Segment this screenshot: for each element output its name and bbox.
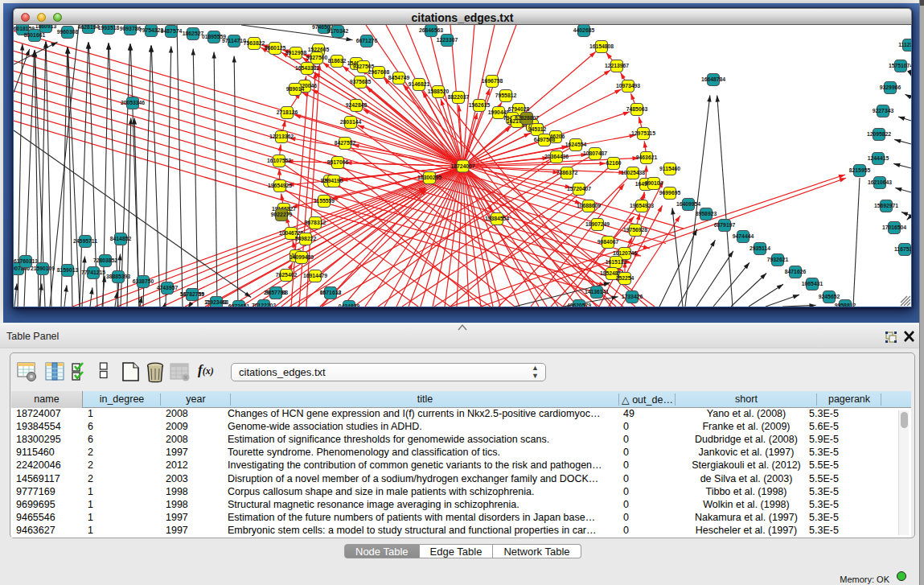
svg-text:9375685: 9375685 <box>350 79 372 84</box>
svg-text:1615132: 1615132 <box>606 259 627 265</box>
svg-text:12975115: 12975115 <box>631 130 655 136</box>
svg-text:18300295: 18300295 <box>417 175 441 180</box>
svg-text:14136141: 14136141 <box>585 289 609 295</box>
svg-text:8215955: 8215955 <box>849 167 871 173</box>
svg-text:9227343: 9227343 <box>873 108 894 113</box>
svg-text:5498222: 5498222 <box>295 236 317 241</box>
svg-text:8660125: 8660125 <box>265 45 286 51</box>
svg-text:990104: 990104 <box>645 180 663 186</box>
svg-text:1244415: 1244415 <box>868 155 889 161</box>
svg-text:7563822: 7563822 <box>244 40 265 46</box>
svg-text:1065431: 1065431 <box>802 281 823 286</box>
svg-text:9022279: 9022279 <box>271 212 293 217</box>
svg-text:9857791: 9857791 <box>265 290 287 295</box>
svg-text:8822037: 8822037 <box>448 94 470 100</box>
svg-text:6497508: 6497508 <box>534 137 556 142</box>
svg-text:20053346: 20053346 <box>121 100 145 105</box>
svg-text:945312: 945312 <box>528 126 547 132</box>
svg-text:82828807: 82828807 <box>515 115 539 121</box>
svg-text:9093786: 9093786 <box>120 26 142 31</box>
svg-text:16782759: 16782759 <box>180 291 204 297</box>
svg-text:9245652: 9245652 <box>819 294 840 299</box>
svg-text:16107552: 16107552 <box>267 158 291 163</box>
svg-text:6671276: 6671276 <box>356 38 378 43</box>
svg-text:19384554: 19384554 <box>485 216 509 221</box>
svg-text:1155559: 1155559 <box>314 198 335 204</box>
svg-text:2967608: 2967608 <box>368 69 390 75</box>
svg-text:6372651: 6372651 <box>228 303 250 307</box>
svg-text:1562615: 1562615 <box>469 102 491 108</box>
svg-text:8471626: 8471626 <box>785 269 807 274</box>
svg-text:10025438: 10025438 <box>621 170 645 175</box>
svg-text:994190: 994190 <box>325 178 343 183</box>
svg-text:26846563: 26846563 <box>419 27 443 33</box>
svg-text:4628194: 4628194 <box>78 25 100 30</box>
svg-text:7955812: 7955812 <box>495 93 517 98</box>
svg-text:989014: 989014 <box>286 86 305 92</box>
svg-text:6794028: 6794028 <box>508 106 530 112</box>
svg-text:19654925: 19654925 <box>268 183 292 188</box>
svg-text:16120746: 16120746 <box>613 250 637 256</box>
svg-text:15692971: 15692971 <box>874 203 898 208</box>
svg-text:16914479: 16914479 <box>303 273 327 278</box>
svg-text:77741215: 77741215 <box>81 270 105 275</box>
svg-text:9327505: 9327505 <box>353 64 375 69</box>
svg-text:16409954: 16409954 <box>676 201 700 207</box>
svg-text:24595711: 24595711 <box>73 238 97 244</box>
svg-text:9146821: 9146821 <box>409 81 430 87</box>
svg-text:6879197: 6879197 <box>714 222 736 228</box>
svg-text:16154808: 16154808 <box>589 43 614 49</box>
svg-text:10688609: 10688609 <box>577 203 601 208</box>
svg-text:12213362: 12213362 <box>269 134 294 139</box>
svg-text:16648784: 16648784 <box>701 76 725 82</box>
svg-text:19654923: 19654923 <box>630 203 654 208</box>
svg-text:8454749: 8454749 <box>388 75 410 80</box>
svg-text:8958923: 8958923 <box>696 211 717 216</box>
svg-text:1862527: 1862527 <box>183 31 204 36</box>
svg-text:18907249: 18907249 <box>585 221 610 227</box>
svg-text:11923468: 11923468 <box>204 299 228 305</box>
svg-text:2718126: 2718126 <box>277 109 298 115</box>
svg-text:1223307: 1223307 <box>437 37 458 43</box>
svg-text:1588520: 1588520 <box>428 89 450 94</box>
svg-text:9242848: 9242848 <box>346 102 368 108</box>
svg-text:8912958: 8912958 <box>285 50 307 56</box>
svg-text:1167533: 1167533 <box>894 246 911 252</box>
svg-text:1860913: 1860913 <box>35 25 57 29</box>
svg-text:4743957: 4743957 <box>157 285 179 290</box>
svg-text:18724007: 18724007 <box>450 163 474 169</box>
svg-text:9115460: 9115460 <box>659 166 680 171</box>
svg-text:97114710: 97114710 <box>222 38 246 43</box>
svg-text:8301661: 8301661 <box>24 32 46 38</box>
svg-text:2935114: 2935114 <box>749 245 770 251</box>
svg-text:9084067: 9084067 <box>598 239 619 245</box>
svg-text:8678312: 8678312 <box>305 220 326 225</box>
svg-text:8427552: 8427552 <box>335 140 356 146</box>
svg-text:38885393: 38885393 <box>106 274 130 279</box>
svg-text:72803852: 72803852 <box>93 257 117 263</box>
svg-text:19756928: 19756928 <box>623 227 647 233</box>
svg-text:17016504: 17016504 <box>882 225 906 230</box>
svg-text:15751074: 15751074 <box>889 63 911 68</box>
svg-text:62160: 62160 <box>606 160 622 166</box>
svg-text:1112309: 1112309 <box>898 42 911 47</box>
svg-text:818632: 818632 <box>328 58 347 64</box>
svg-text:48620579: 48620579 <box>567 303 591 307</box>
svg-text:12095822: 12095822 <box>867 131 891 137</box>
svg-text:76122202: 76122202 <box>252 303 276 307</box>
svg-text:9958812: 9958812 <box>835 303 856 307</box>
svg-text:16543382: 16543382 <box>295 65 319 71</box>
svg-text:1733426: 1733426 <box>622 294 643 299</box>
svg-text:9170342: 9170342 <box>327 28 349 34</box>
svg-text:0434839: 0434839 <box>339 303 360 307</box>
svg-text:6338750: 6338750 <box>133 278 154 284</box>
svg-text:4402685: 4402685 <box>573 27 595 33</box>
svg-text:9463621: 9463621 <box>636 154 658 160</box>
svg-text:61760313: 61760313 <box>14 258 38 264</box>
svg-text:7625402: 7625402 <box>276 272 298 278</box>
svg-text:252254: 252254 <box>616 275 634 281</box>
svg-text:10807487: 10807487 <box>583 150 607 156</box>
svg-text:9327500: 9327500 <box>306 55 328 60</box>
svg-text:15720407: 15720407 <box>567 186 591 192</box>
svg-text:9474444: 9474444 <box>733 233 754 239</box>
